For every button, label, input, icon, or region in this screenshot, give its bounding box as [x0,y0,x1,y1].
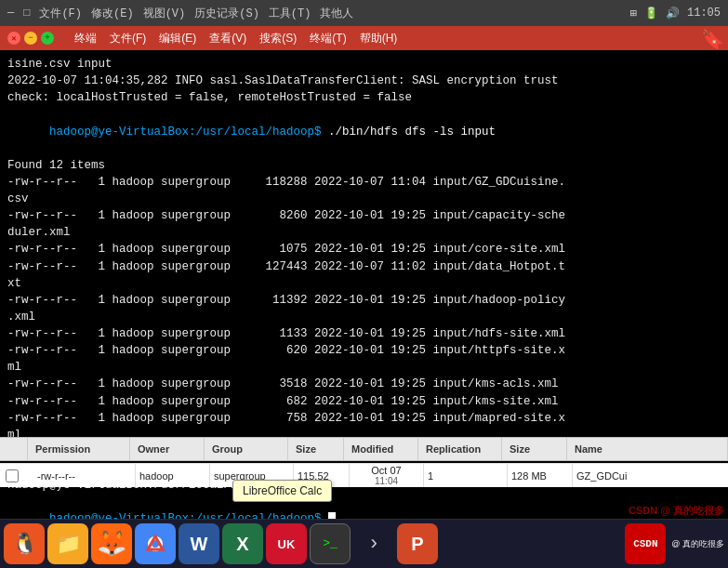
libreoffice-tooltip: LibreOffice Calc [232,480,332,502]
fm-row-checkbox-cell [6,469,33,482]
taskbar-firefox-icon[interactable]: 🦊 [91,523,132,564]
taskbar-ppt-icon[interactable]: P [397,523,438,564]
fm-modified: Oct 07 11:04 [350,464,424,487]
terminal-line: -rw-r--r-- 1 hadoop supergroup 118288 20… [7,174,721,191]
system-bar: — □ 文件(F) 修改(E) 视图(V) 历史记录(S) 工具(T) 其他人 … [0,0,728,26]
terminal-line: -rw-r--r-- 1 hadoop supergroup 1075 2022… [7,241,721,258]
taskbar-csdn-icon[interactable]: CSDN [625,523,666,564]
terminal-line: -rw-r--r-- 1 hadoop supergroup 11392 202… [7,292,721,309]
terminal-menu: 终端 文件(F) 编辑(E) 查看(V) 搜索(S) 终端(T) 帮助(H) [69,29,403,48]
fm-header-group[interactable]: Group [205,438,288,460]
terminal-line: csv [7,191,721,207]
terminal-line: -rw-r--r-- 1 hadoop supergroup 682 2022-… [7,393,721,410]
system-bar-right: ⊞ 🔋 🔊 11:05 [630,7,721,20]
terminal-close-button[interactable]: ✕ [7,32,20,45]
taskbar-word-icon[interactable]: W [179,523,219,564]
system-bar-left: — □ 文件(F) 修改(E) 视图(V) 历史记录(S) 工具(T) 其他人 [7,6,353,21]
fm-replication: 1 [424,464,508,487]
terminal-line: duler.xml [7,224,721,241]
watermark: CSDN @ 真的吃很多 [629,504,724,518]
terminal-titlebar: ✕ − + 终端 文件(F) 编辑(E) 查看(V) 搜索(S) 终端(T) 帮… [0,26,728,50]
fm-row-checkbox[interactable] [6,469,19,482]
menu-history[interactable]: 历史记录(S) [194,6,259,21]
term-menu-file[interactable]: 文件(F) [104,29,152,48]
menu-tools[interactable]: 工具(T) [269,6,311,21]
terminal-line: -rw-r--r-- 1 hadoop supergroup 758 2022-… [7,410,721,427]
terminal-prompt-last: hadoop@ye-VirtualBox:/usr/local/hadoop$ [7,494,721,519]
taskbar-ubuntu-icon[interactable]: 🐧 [4,523,45,564]
menu-file[interactable]: 文件(F) [39,6,82,21]
fm-owner: hadoop [136,464,210,487]
taskbar-uk-icon[interactable]: UK [266,523,307,564]
fm-permission: -rw-r--r-- [33,464,136,487]
terminal-line: isine.csv input [7,56,721,73]
terminal-line: .xml [7,309,721,325]
win-dash[interactable]: — [7,7,14,20]
terminal-line: Found 12 items [7,157,721,174]
terminal-line: -rw-r--r-- 1 hadoop supergroup 620 2022-… [7,342,721,359]
terminal-prompt-line: hadoop@ye-VirtualBox:/usr/local/hadoop$ … [7,106,721,156]
fm-header-owner[interactable]: Owner [130,438,205,460]
menu-view[interactable]: 视图(V) [143,6,186,21]
terminal-minimize-button[interactable]: − [24,32,37,45]
file-manager-row[interactable]: -rw-r--r-- hadoop supergroup 115.52 Oct … [0,463,728,487]
network-icon: ⊞ [630,7,637,20]
fm-name: GZ_GDCui [573,464,722,487]
term-menu-view[interactable]: 查看(V) [204,29,252,48]
terminal-line: ml [7,359,721,376]
terminal-win-buttons: ✕ − + [7,32,54,45]
terminal-maximize-button[interactable]: + [41,32,54,45]
clock: 11:05 [687,7,721,20]
terminal-line: -rw-r--r-- 1 hadoop supergroup 8260 2022… [7,207,721,224]
fm-header-permission[interactable]: Permission [28,438,130,460]
terminal-line: check: localHostTrusted = false, remoteH… [7,89,721,106]
taskbar-arrow-icon[interactable]: › [353,523,394,564]
volume-icon: 🔊 [666,7,680,20]
bookmark-icon[interactable]: 🔖 [701,28,724,51]
taskbar-files-icon[interactable]: 📁 [47,523,88,564]
taskbar-right-area: CSDN @ 真的吃很多 [625,523,724,564]
taskbar-chrome-icon[interactable] [135,523,176,564]
terminal-line: -rw-r--r-- 1 hadoop supergroup 1133 2022… [7,325,721,342]
term-menu-term[interactable]: 终端(T) [304,29,351,48]
menu-edit[interactable]: 修改(E) [91,6,134,21]
menu-other[interactable]: 其他人 [320,6,353,21]
file-manager-headers: Permission Owner Group Size Modified Rep… [0,437,728,461]
fm-header-replication[interactable]: Replication [418,438,502,460]
win-square[interactable]: □ [23,7,30,20]
fm-size2: 128 MB [508,464,573,487]
fm-header-size[interactable]: Size [288,438,344,460]
terminal-line: 2022-10-07 11:04:35,282 INFO sasl.SaslDa… [7,73,721,89]
taskbar-terminal-icon[interactable]: >_ [310,523,351,564]
taskbar-right-label: @ 真的吃很多 [671,538,724,550]
fm-header-size2[interactable]: Size [502,438,567,460]
term-menu-help[interactable]: 帮助(H) [354,29,404,48]
terminal-line: -rw-r--r-- 1 hadoop supergroup 127443 20… [7,258,721,275]
fm-header-checkbox [0,438,28,460]
taskbar-excel-icon[interactable]: X [222,523,263,564]
terminal-line: xt [7,275,721,292]
terminal-line: -rw-r--r-- 1 hadoop supergroup 3518 2022… [7,376,721,392]
taskbar: 🐧 📁 🦊 W X UK >_ › P CSDN @ 真的吃很多 [0,520,728,568]
term-menu-edit[interactable]: 编辑(E) [153,29,202,48]
term-menu-search[interactable]: 搜索(S) [254,29,302,48]
battery-icon: 🔋 [644,7,658,20]
term-menu-terminal[interactable]: 终端 [69,29,102,48]
fm-header-name[interactable]: Name [567,438,728,460]
fm-header-modified[interactable]: Modified [344,438,418,460]
